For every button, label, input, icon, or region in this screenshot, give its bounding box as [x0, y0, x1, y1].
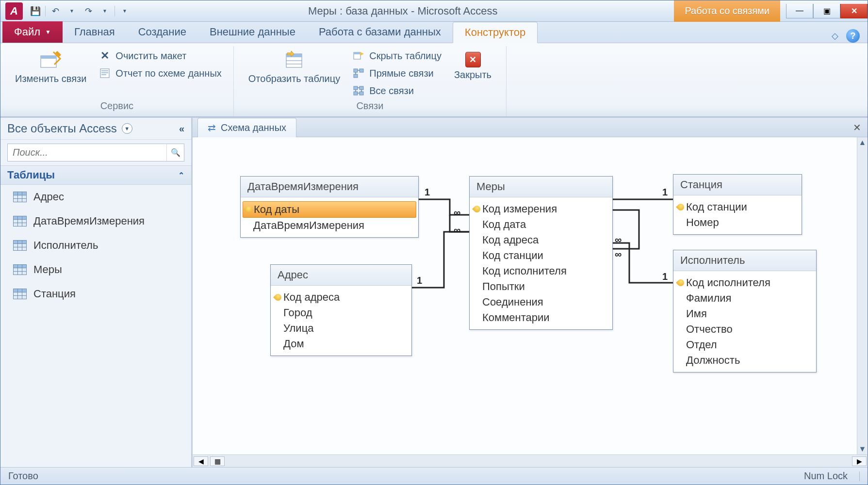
table-field[interactable]: Код адреса: [472, 232, 610, 248]
search-icon[interactable]: 🔍: [166, 144, 184, 161]
numlock-indicator: Num Lock: [804, 470, 848, 482]
vertical-scrollbar[interactable]: ▲ ▼: [857, 137, 868, 454]
table-field[interactable]: Код адреса: [273, 290, 409, 305]
nav-item-table[interactable]: ДатаВремяИзмерения: [0, 209, 191, 233]
table-field[interactable]: Дом: [273, 336, 409, 352]
close-button[interactable]: ✕ Закрыть: [449, 46, 496, 82]
qat-separator: [45, 6, 46, 16]
ribbon-group-tools: Изменить связи ✕ Очистить макет Отчет по…: [0, 46, 234, 116]
nav-item-table[interactable]: Станция: [0, 282, 191, 306]
svg-rect-12: [354, 69, 358, 72]
redo-button[interactable]: ↷: [82, 4, 95, 18]
qat-customize[interactable]: ▼: [118, 4, 131, 18]
ribbon-group-relations: Отобразить таблицу Скрыть таблицу Прямые…: [234, 46, 507, 116]
tab-home[interactable]: Главная: [63, 21, 127, 43]
nav-header[interactable]: Все объекты Access ▼ «: [0, 118, 191, 140]
table-box-performer[interactable]: ИсполнительКод исполнителяФамилияИмяОтче…: [673, 250, 817, 372]
statusbar: Готово Num Lock: [0, 467, 868, 485]
table-field[interactable]: Код исполнителя: [675, 275, 814, 291]
close-icon: ✕: [465, 52, 481, 67]
document-area: ⇄ Схема данных ✕ 1 ∞ ∞ 1: [193, 118, 868, 467]
nav-section-tables[interactable]: Таблицы ⌃: [0, 165, 191, 185]
scroll-right-icon[interactable]: ▶: [852, 456, 867, 466]
tab-create[interactable]: Создание: [127, 21, 198, 43]
contextual-tab-title: Работа со связями: [674, 0, 780, 22]
table-field[interactable]: Отчество: [675, 322, 814, 337]
nav-item-table[interactable]: Исполнитель: [0, 233, 191, 258]
svg-rect-4: [101, 72, 108, 73]
table-field[interactable]: Код станции: [675, 199, 800, 215]
all-relations-button[interactable]: Все связи: [351, 84, 443, 97]
clear-layout-button[interactable]: ✕ Очистить макет: [97, 49, 223, 63]
svg-rect-1: [41, 56, 56, 59]
svg-rect-19: [354, 92, 358, 95]
table-icon: [13, 264, 27, 275]
table-box-date[interactable]: ДатаВремяИзмеренияКод датыДатаВремяИзмер…: [240, 176, 419, 238]
undo-button[interactable]: ↶: [49, 4, 62, 18]
quick-access-toolbar: 💾 ↶ ▼ ↷ ▼ ▼: [29, 4, 131, 18]
window-title: Меры : база данных - Microsoft Access: [131, 5, 674, 17]
nav-filter-dropdown[interactable]: ▼: [122, 123, 132, 134]
document-tab[interactable]: ⇄ Схема данных: [197, 118, 296, 137]
table-box-address[interactable]: АдресКод адресаГородУлицаДом: [270, 264, 412, 356]
record-selector[interactable]: ▦: [210, 456, 225, 466]
direct-relations-button[interactable]: Прямые связи: [351, 66, 443, 80]
nav-search: 🔍: [7, 144, 184, 162]
table-field[interactable]: ДатаВремяИзмерения: [243, 218, 416, 233]
cardinality-one: 1: [662, 271, 668, 282]
table-field[interactable]: Номер: [675, 215, 800, 230]
relations-canvas[interactable]: 1 ∞ ∞ 1 ∞ ∞ 1 1 ДатаВремяИзмеренияКод да…: [193, 137, 868, 454]
table-box-measures[interactable]: МерыКод измеренияКод датаКод адресаКод с…: [469, 176, 613, 330]
table-box-station[interactable]: СтанцияКод станцииНомер: [673, 174, 802, 235]
svg-rect-3: [101, 70, 108, 71]
table-field[interactable]: Имя: [675, 306, 814, 322]
scroll-left-icon[interactable]: ◀: [194, 456, 208, 466]
scroll-up-icon[interactable]: ▲: [857, 137, 868, 148]
tab-designer[interactable]: Конструктор: [453, 22, 538, 43]
ribbon-group-label: Сервис: [100, 97, 134, 116]
table-field[interactable]: Город: [273, 305, 409, 321]
document-close-button[interactable]: ✕: [849, 120, 865, 135]
undo-dropdown[interactable]: ▼: [65, 4, 79, 18]
edit-relations-button[interactable]: Изменить связи: [10, 46, 91, 86]
nav-item-label: Станция: [33, 288, 76, 300]
table-field[interactable]: Код даты: [243, 201, 416, 218]
nav-item-table[interactable]: Адрес: [0, 185, 191, 209]
maximize-button[interactable]: ▣: [813, 4, 840, 18]
tab-external-data[interactable]: Внешние данные: [198, 21, 307, 43]
nav-collapse-button[interactable]: «: [179, 123, 184, 134]
table-field[interactable]: Код дата: [472, 217, 610, 232]
minimize-button[interactable]: —: [786, 4, 813, 18]
save-button[interactable]: 💾: [29, 4, 42, 18]
table-field[interactable]: Комментарии: [472, 310, 610, 325]
horizontal-scrollbar[interactable]: ◀ ▦ ▶: [193, 454, 868, 467]
show-table-button[interactable]: Отобразить таблицу: [244, 46, 345, 86]
table-field[interactable]: Отдел: [675, 337, 814, 353]
navigation-pane: Все объекты Access ▼ « 🔍 Таблицы ⌃ Адрес…: [0, 118, 193, 467]
table-field[interactable]: Фамилия: [675, 291, 814, 306]
table-field[interactable]: Улица: [273, 321, 409, 336]
search-input[interactable]: [8, 144, 166, 161]
table-field[interactable]: Код станции: [472, 248, 610, 263]
redo-dropdown[interactable]: ▼: [98, 4, 112, 18]
tab-database-tools[interactable]: Работа с базами данных: [307, 21, 453, 43]
tab-file[interactable]: Файл▼: [2, 21, 63, 43]
chevron-up-icon: ⌃: [178, 171, 184, 180]
scroll-down-icon[interactable]: ▼: [857, 444, 868, 454]
cardinality-many: ∞: [615, 249, 622, 260]
table-field[interactable]: Попытки: [472, 279, 610, 294]
table-field[interactable]: Код измерения: [472, 201, 610, 217]
nav-item-table[interactable]: Меры: [0, 258, 191, 282]
cardinality-one: 1: [425, 187, 430, 198]
table-field[interactable]: Код исполнителя: [472, 263, 610, 279]
cardinality-many: ∞: [454, 207, 460, 218]
relation-report-button[interactable]: Отчет по схеме данных: [97, 66, 223, 80]
table-field[interactable]: Должность: [675, 353, 814, 368]
hide-table-button[interactable]: Скрыть таблицу: [351, 49, 443, 63]
help-icon[interactable]: ?: [846, 29, 860, 43]
svg-rect-17: [354, 86, 358, 90]
close-window-button[interactable]: ✕: [840, 4, 868, 18]
cardinality-many: ∞: [615, 234, 622, 245]
table-field[interactable]: Соединения: [472, 294, 610, 310]
ribbon-minimize-icon[interactable]: ◇: [832, 31, 838, 41]
